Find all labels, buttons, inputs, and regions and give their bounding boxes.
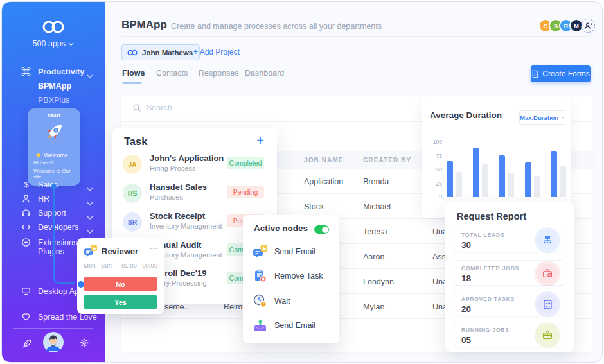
heart-icon [21,312,31,322]
sidebar-item-developers[interactable]: Developers [2,221,105,233]
reviewer-yes-button[interactable]: Yes [84,295,157,309]
sitemap-icon [538,230,557,250]
extensions-icon [21,238,31,248]
user-avatar[interactable] [43,332,64,355]
command-icon [21,67,31,77]
briefcase-icon [538,325,557,345]
send-email-up-icon [253,318,268,333]
chevron-down-icon [562,116,565,119]
task-item[interactable]: HS Hansdet Sales Purchases Pending [112,182,277,211]
apps-count[interactable]: 500 apps [2,37,105,49]
feather-icon[interactable] [22,338,32,351]
add-member-button[interactable] [581,19,595,33]
gear-icon[interactable] [79,338,89,351]
start-card[interactable]: Start Welcome... Hi there! Welcome to Ou… [28,108,80,186]
header-divider [121,36,593,37]
remove-task-icon [253,268,268,284]
dollar-icon: $ [21,180,31,190]
chevron-down-icon [87,211,93,216]
form-icon [531,70,539,78]
average-duration-card: Average Duration Max.Duration 100 75 50 … [422,96,571,218]
tab-flows[interactable]: Flows [122,69,145,78]
avatar: SR [123,212,142,232]
checklist-icon [538,295,557,314]
active-tab-underline [122,82,142,84]
sidebar-item-hr[interactable]: HR [2,193,105,205]
bar-primary [499,155,505,197]
add-project-button[interactable]: + Add Project [193,48,240,56]
chip-logo-icon [127,49,138,56]
active-nodes-title: Active nodes [254,223,308,233]
bar-primary [551,151,557,197]
sidebar-item-pbxplus[interactable]: PBXPlus [38,96,69,105]
bar-primary [447,161,453,197]
sidebar-item-productivity[interactable]: Productivity [2,66,105,78]
node-remove-task[interactable]: Remove Task [243,268,339,284]
headset-icon [21,208,31,218]
duration-dropdown[interactable]: Max.Duration [519,110,565,125]
reviewer-time: 01:00 - 00:00 [121,262,157,269]
status-badge: Pending [227,186,264,198]
wave-hand-icon [35,152,41,159]
reviewer-title: Reviewer [102,247,138,256]
bar-chart [447,139,566,197]
reviewer-days: Mon - Sun [84,262,112,269]
bar-secondary [482,164,488,197]
report-title: Request Report [457,211,526,221]
wait-icon [253,293,268,309]
stat-approved-tasks: APROVED TASKS 20 [454,291,565,316]
project-chip[interactable]: John Mathews [121,44,200,60]
request-report-card: Request Report TOTAL LEADS 30 COMPLETED … [445,202,574,352]
start-card-hi: Hi there! [33,160,53,166]
start-card-welcome: Welcome... [28,148,80,160]
chart-title: Average Duration [430,110,502,120]
app-window: 500 apps Productivity BPMApp PBXPlus Sta… [1,1,603,363]
sidebar-divider [13,328,93,329]
briefcase-check-icon [538,264,557,283]
search-icon [132,103,141,112]
send-email-icon [253,244,268,259]
search-placeholder: Search [147,103,172,112]
bar-primary [473,148,479,197]
start-card-title: Start [28,112,80,119]
tab-responses[interactable]: Responses [199,69,239,78]
reviewer-no-button[interactable]: No [84,277,157,291]
active-nodes-card: Active nodes Send Email Remove Task Wait… [243,215,339,343]
tab-contacts[interactable]: Contacts [156,69,188,78]
tab-dashboard[interactable]: Dashboard [245,69,284,78]
chevron-down-icon [87,183,93,188]
bar-secondary [560,166,566,197]
active-nodes-toggle[interactable] [314,225,329,234]
page-subtitle: Create and manage processes across all y… [171,22,382,31]
node-send-email-2[interactable]: Send Email [243,318,339,333]
more-options-button[interactable]: ... [150,242,158,251]
task-title: Task [124,135,147,148]
bar-secondary [508,173,514,197]
status-badge: Completed [227,157,264,169]
node-send-email[interactable]: Send Email [243,244,339,259]
reviewer-card: Reviewer ... Mon - Sun 01:00 - 00:00 No … [77,238,164,314]
sidebar-item-bpmapp[interactable]: BPMApp [38,82,71,91]
avatar: JA [123,155,142,174]
chevron-down-icon [87,225,93,230]
app-logo-icon [41,20,66,34]
sidebar-item-sales[interactable]: $ Sales [2,179,105,191]
sidebar-item-support[interactable]: Support [2,207,105,219]
task-item[interactable]: JA John's Application Hiring Process Com… [112,153,277,182]
person-icon [21,194,31,204]
connector-dot [78,281,84,288]
stat-running-jobs: RUNNING JOBS 05 [454,322,565,347]
bar-secondary [456,172,462,197]
chevron-down-icon [87,70,93,75]
reviewer-icon [84,244,98,258]
stat-total-leads: TOTAL LEADS 30 [454,227,565,252]
add-task-button[interactable]: + [256,134,264,148]
node-wait[interactable]: Wait [243,293,339,309]
bar-secondary [534,176,540,197]
stat-completed-jobs: COMPLETED JOBS 18 [454,260,565,286]
create-forms-button[interactable]: Create Forms [531,65,591,82]
person-add-icon [584,22,592,30]
start-card-welcome2: Welcome to Our site. [33,168,80,180]
bar-primary [525,162,531,197]
avatar: HS [123,184,142,203]
